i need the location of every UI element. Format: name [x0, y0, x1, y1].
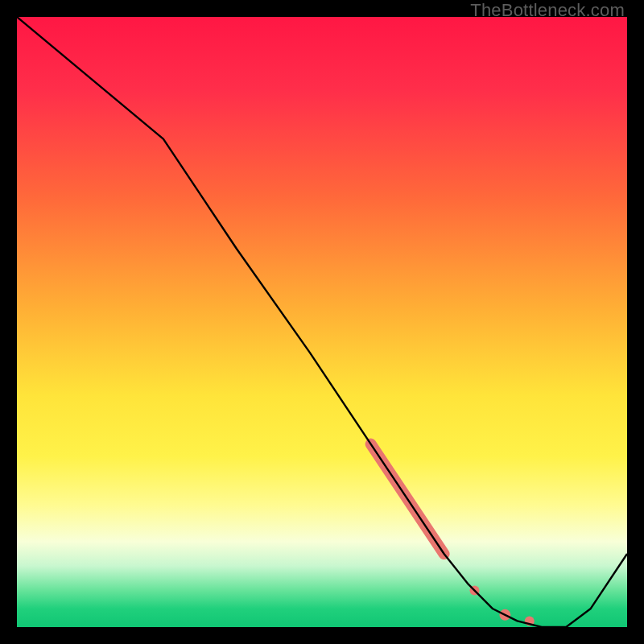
- chart-svg: [17, 17, 627, 627]
- curve-layer: [17, 17, 627, 627]
- plot-area: [17, 17, 627, 627]
- markers-layer: [371, 444, 535, 626]
- main-curve: [17, 17, 627, 627]
- chart-stage: TheBottleneck.com: [0, 0, 644, 644]
